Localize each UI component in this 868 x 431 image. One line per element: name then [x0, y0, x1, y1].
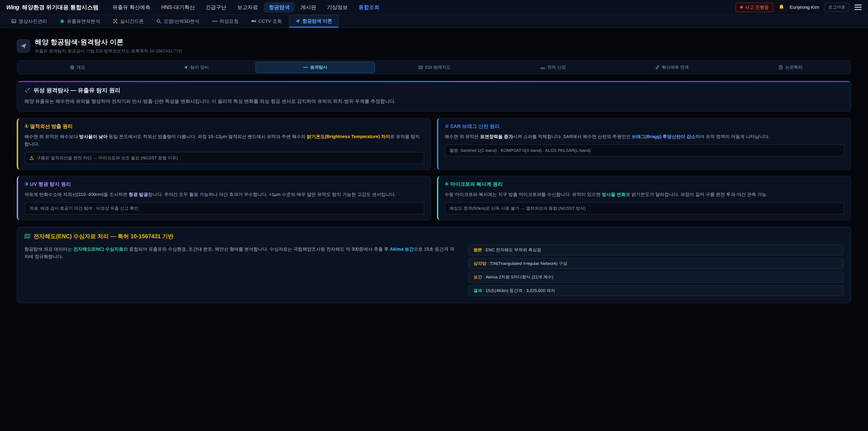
section-tab-label: 탐지 장비: [190, 64, 209, 70]
enc-row-text: Akima 2차원 5차다항식 (21개 계수): [486, 274, 553, 280]
nav-item-8[interactable]: 통합조회: [353, 2, 384, 13]
principle-card-4: ④ 마이크로파 복사계 원리수동 마이크로파 복사계는 지구 방출 마이크로파를…: [437, 176, 851, 220]
subnav-tab-7[interactable]: 항공탐색 이론: [289, 15, 339, 28]
nav-item-3[interactable]: 긴급구난: [200, 2, 231, 13]
page-header-text: 해양 항공탐색·원격탐사 이론 유출유 원격탐지·항공감시 기법·ESI 방제정…: [35, 37, 182, 54]
section-tab-6[interactable]: 확산예측 연계: [613, 62, 731, 73]
section-tab-4[interactable]: ESI 방제지도: [375, 62, 494, 73]
card-note-text: 해상도 한계(50km)로 단독 사용 불가 → 열적외선과 융합 (NGSST…: [450, 206, 586, 211]
nav-item-5[interactable]: 항공탐색: [264, 2, 294, 13]
notifications-bell-icon[interactable]: [778, 4, 784, 10]
section-tab-7[interactable]: 논문특허: [731, 62, 850, 73]
topbar: Wing 해양환경 위기대응 통합시스템 유출유 확산예측HNS·대기확산긴급구…: [0, 0, 868, 15]
satellite-dish-icon: [24, 88, 30, 93]
logout-button[interactable]: 로그아웃: [824, 3, 849, 12]
incident-status-badge: 사고 진행중: [736, 2, 774, 12]
card-body: 해수면 위 유막은 해수보다 방사율이 낮아 동일 온도에서도 적외선 방출량이…: [24, 133, 424, 148]
card-note-text: 활용: Sentinel-1(C-band) · KOMPSAT-5(X-ban…: [450, 148, 591, 153]
card-note: 적용: 해경 감시 항공기 야간 탐색 · 비정상 유출 신고 확인: [24, 202, 424, 214]
enc-rows: 원본 : ENC 전자해도 무작위 측심점삼각망 : TIN(Triangula…: [468, 245, 844, 296]
analysis-icon: [60, 19, 65, 24]
subnav-tab-5[interactable]: 위성요청: [206, 15, 244, 28]
enc-row-text: ENC 전자해도 무작위 측심점: [486, 247, 541, 253]
status-dot-icon: [740, 6, 743, 8]
subnav-tab-label: CCTV 조회: [258, 18, 282, 24]
subnav-tab-4[interactable]: 오염/선박3D분석: [151, 15, 206, 28]
main-content: 해양 항공탐색·원격탐사 이론 유출유 원격탐지·항공감시 기법·ESI 방제정…: [17, 28, 851, 303]
photo-icon: [11, 19, 16, 24]
section-tab-2[interactable]: 탐지 장비: [137, 62, 255, 73]
page-plane-doc-icon: [17, 39, 30, 53]
page-title: 해양 항공탐색·원격탐사 이론: [35, 37, 182, 47]
enc-row-3: 보간 : Akima 2차원 5차다항식 (21개 계수): [468, 272, 844, 282]
enc-row-text: TIN(Triangulated Irregular Network) 구성: [490, 260, 567, 267]
subnav-tab-label: 항공탐색 이론: [303, 18, 332, 24]
nav-item-7[interactable]: 기상정보: [322, 2, 352, 13]
section-tab-label: 원격탐사: [310, 64, 327, 70]
satellite-icon: [303, 65, 308, 70]
enc-section-title: 전자해도(ENC) 수심자료 처리 — 특허 10-1567431 기반: [33, 233, 174, 240]
subnav-tab-label: 오염/선박3D분석: [164, 18, 199, 24]
section-tab-label: ESI 방제지도: [425, 64, 451, 70]
nav-item-2[interactable]: HNS·대기확산: [156, 2, 199, 13]
nav-item-6[interactable]: 게시판: [296, 2, 321, 13]
enc-row-separator: :: [486, 261, 490, 266]
remote-section-description: 해양 유출유는 해수면에 유막을 형성하여 전자기파 반사·방출·산란 특성을 …: [24, 98, 844, 105]
subnav-tab-3[interactable]: 실시간드론: [107, 15, 150, 28]
subnav-tab-label: 유출유면적분석: [67, 18, 100, 24]
enc-row-separator: :: [482, 247, 486, 252]
card-body: 석유계 탄화수소에 자외선(310–400nm)을 조사하면 형광 발광합니다.…: [24, 191, 424, 198]
enc-row-4: 결과 : 15초(463m) 등간격 · 3,225,600 격자: [468, 285, 844, 296]
nav-item-1[interactable]: 유출유 확산예측: [107, 2, 155, 13]
incident-badge-label: 사고 진행중: [745, 4, 769, 10]
principle-card-2: ② SAR 브래그 산란 원리해수면 위 유막은 표면장력을 증가시켜 소파를 …: [437, 118, 851, 170]
subnav-tab-2[interactable]: 유출유면적분석: [54, 15, 106, 28]
enc-row-1: 원본 : ENC 전자해도 무작위 측심점: [468, 245, 844, 255]
logo-text: Wing: [6, 4, 19, 11]
subnav-tab-6[interactable]: CCTV 조회: [245, 15, 288, 28]
enc-section-body: 항공탐색 좌표 데이터는 전자해도(ENC) 수심자료와 중첩되어 유출유의 수…: [24, 245, 456, 296]
doc-icon: [778, 65, 783, 70]
enc-row-separator: :: [482, 288, 486, 293]
enc-row-label: 결과: [473, 288, 482, 294]
section-tab-1[interactable]: 개요: [18, 62, 137, 73]
section-tab-3[interactable]: 원격탐사: [255, 62, 375, 73]
nav-item-4[interactable]: 보고자료: [232, 2, 263, 13]
plane-icon: [184, 65, 188, 70]
map-icon: [24, 233, 30, 239]
warning-icon: [29, 156, 34, 160]
section-tab-label: 개요: [76, 64, 85, 70]
card-title: ④ 마이크로파 복사계 원리: [445, 181, 844, 188]
enc-content: 항공탐색 좌표 데이터는 전자해도(ENC) 수심자료와 중첩되어 유출유의 수…: [24, 245, 844, 296]
satellite-icon: [212, 19, 217, 24]
enc-section-title-row: 전자해도(ENC) 수심자료 처리 — 특허 10-1567431 기반: [24, 233, 844, 240]
card-note-text: 적용: 해경 감시 항공기 야간 탐색 · 비정상 유출 신고 확인: [29, 206, 138, 211]
section-tabs: 개요탐지 장비원격탐사ESI 방제지도면적 산정확산예측 연계논문특허: [17, 60, 851, 74]
menu-hamburger-icon[interactable]: [855, 4, 862, 11]
card-note: 활용: Sentinel-1(C-band) · KOMPSAT-5(X-ban…: [445, 145, 844, 157]
enc-row-label: 삼각망: [473, 260, 486, 267]
cctv-icon: [251, 19, 256, 24]
card-title: ② SAR 브래그 산란 원리: [445, 123, 844, 130]
remote-section-title: 위성 원격탐사 — 유출유 탐지 원리: [33, 87, 121, 94]
enc-row-label: 원본: [473, 247, 482, 253]
sub-nav: 영상사진관리유출유면적분석실시간드론오염/선박3D분석위성요청CCTV 조회항공…: [0, 15, 868, 28]
principle-card-1: ① 열적외선 방출 원리해수면 위 유막은 해수보다 방사율이 낮아 동일 온도…: [17, 118, 431, 170]
page-subtitle: 유출유 원격탐지·항공감시 기법·ESI 방제정보지도·등록특허 10-1567…: [35, 48, 182, 54]
enc-row-2: 삼각망 : TIN(Triangulated Irregular Network…: [468, 258, 844, 269]
enc-row-text: 15초(463m) 등간격 · 3,225,600 격자: [486, 288, 555, 294]
subnav-tab-1[interactable]: 영상사진관리: [5, 15, 53, 28]
section-tab-label: 논문특허: [785, 64, 802, 70]
card-note: 해상도 한계(50km)로 단독 사용 불가 → 열적외선과 융합 (NGSST…: [445, 202, 844, 214]
plane-doc-icon: [295, 19, 300, 24]
magnifier-icon: [156, 19, 161, 24]
card-title: ① 열적외선 방출 원리: [24, 123, 424, 130]
page-header: 해양 항공탐색·원격탐사 이론 유출유 원격탐지·항공감시 기법·ESI 방제정…: [17, 37, 851, 54]
card-title: ③ UV 형광 탐지 원리: [24, 181, 424, 188]
drone-icon: [113, 19, 118, 24]
section-tab-5[interactable]: 면적 산정: [494, 62, 613, 73]
link-icon: [655, 65, 659, 70]
enc-row-label: 보간: [473, 274, 482, 280]
card-body: 해수면 위 유막은 표면장력을 증가시켜 소파를 억제합니다. SAR에서 해수…: [445, 133, 844, 140]
app-title: 해양환경 위기대응 통합시스템: [22, 4, 98, 11]
